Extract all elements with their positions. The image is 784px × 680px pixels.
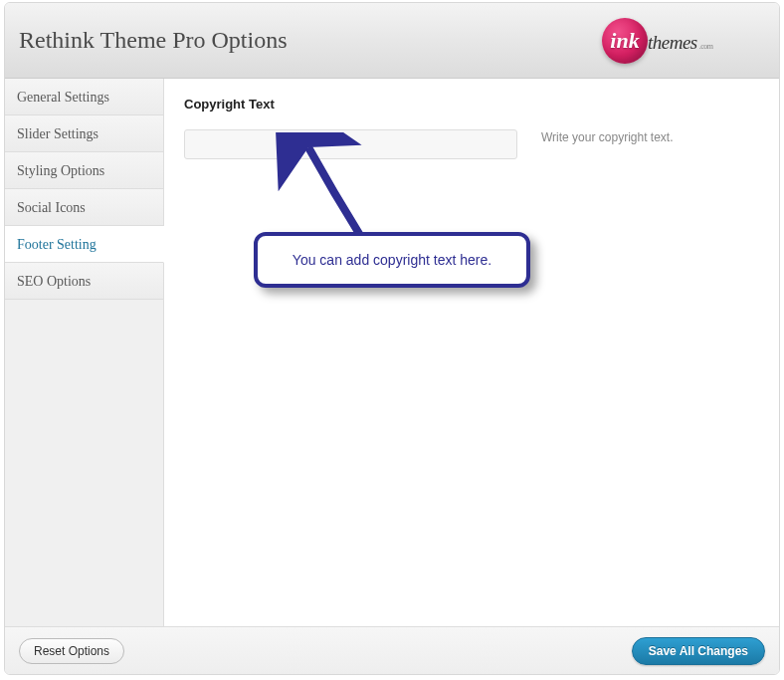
sidebar-item-styling-options[interactable]: Styling Options — [5, 152, 163, 189]
sidebar-item-slider-settings[interactable]: Slider Settings — [5, 115, 163, 152]
content-area: Copyright Text Write your copyright text… — [164, 79, 779, 626]
logo-word: themes.com — [648, 32, 713, 54]
logo-ball-icon: ink — [602, 18, 648, 64]
sidebar-item-footer-setting[interactable]: Footer Setting — [5, 226, 164, 263]
logo-ink-text: ink — [610, 28, 639, 54]
page-title: Rethink Theme Pro Options — [19, 27, 288, 54]
callout-box: You can add copyright text here. — [254, 232, 530, 288]
copyright-field-row: Write your copyright text. — [184, 129, 759, 159]
panel-header: Rethink Theme Pro Options ink themes.com — [5, 3, 779, 79]
sidebar: General Settings Slider Settings Styling… — [5, 79, 164, 626]
brand-logo: ink themes.com — [600, 16, 759, 66]
copyright-text-input[interactable] — [184, 129, 517, 159]
options-panel: Rethink Theme Pro Options ink themes.com… — [4, 2, 780, 675]
field-help-text: Write your copyright text. — [541, 129, 674, 144]
panel-footer: Reset Options Save All Changes — [5, 626, 779, 674]
callout-text: You can add copyright text here. — [293, 252, 491, 268]
reset-options-button[interactable]: Reset Options — [19, 638, 124, 664]
panel-body: General Settings Slider Settings Styling… — [5, 79, 779, 626]
sidebar-item-seo-options[interactable]: SEO Options — [5, 263, 163, 300]
sidebar-item-social-icons[interactable]: Social Icons — [5, 189, 163, 226]
section-title: Copyright Text — [184, 97, 759, 112]
sidebar-item-general-settings[interactable]: General Settings — [5, 79, 163, 115]
save-all-changes-button[interactable]: Save All Changes — [632, 637, 765, 665]
